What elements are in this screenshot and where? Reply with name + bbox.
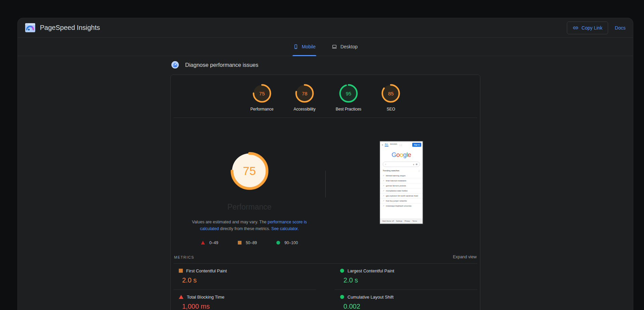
category-gauge[interactable]: 95 Best Practices — [336, 84, 362, 112]
mini-more-icon: ⋮ — [418, 170, 420, 172]
metric-name: Largest Contentful Paint — [347, 268, 394, 273]
category-score: 85 — [381, 84, 400, 103]
copy-link-label: Copy Link — [582, 25, 602, 31]
metrics-header: METRICS Expand view — [173, 252, 477, 264]
mini-trending-label: Trending searches — [383, 170, 399, 172]
disclaimer-text: directly from these metrics. — [219, 226, 271, 231]
legend-item: 50–89 — [238, 240, 257, 245]
metrics-grid: First Contentful Paint 2.0 s Total Block… — [173, 264, 477, 310]
mini-trend-arrow-icon: ↗ — [383, 180, 384, 182]
main-panel: PageSpeed Insights Copy Link Docs Mobile — [17, 18, 633, 310]
metric-status-icon — [340, 269, 344, 273]
mini-trending-item: ↗ german farmers protests — [380, 183, 423, 188]
metrics-column-left: First Contentful Paint 2.0 s Total Block… — [173, 264, 316, 310]
docs-link[interactable]: Docs — [615, 25, 626, 31]
mini-footer-link: Privacy — [405, 220, 410, 222]
expand-view-link[interactable]: Expand view — [453, 255, 477, 259]
mini-tab-all: ALL — [385, 143, 388, 146]
page-screenshot-thumbnail[interactable]: ≡ ALL IMAGES ⋮⋮ Sign in Google ⌕ ♦ ◉ — [379, 141, 423, 224]
category-gauge[interactable]: 85 SEO — [381, 84, 400, 112]
category-score: 75 — [253, 84, 271, 103]
metric-row: Largest Contentful Paint 2.0 s — [335, 264, 477, 290]
mini-footer-link: Dark theme: off — [382, 220, 394, 222]
mini-google-logo: Google — [380, 151, 423, 159]
column-divider — [325, 171, 326, 197]
metric-row: First Contentful Paint 2.0 s — [173, 264, 316, 290]
mini-signin-button: Sign in — [412, 143, 421, 147]
strategy-tabs: Mobile Desktop — [18, 38, 633, 56]
mini-apps-icon: ⋮⋮ — [399, 144, 402, 146]
see-calculator-link[interactable]: See calculator. — [271, 226, 299, 231]
category-score: 95 — [339, 84, 358, 103]
score-legend: 0–49 50–89 90–100 — [201, 240, 298, 245]
desktop-laptop-icon — [332, 44, 337, 49]
tab-desktop[interactable]: Desktop — [331, 38, 358, 56]
metric-value: 0.002 — [343, 303, 477, 310]
mini-trending-item: ↗ blizzard warning oregon — [380, 173, 423, 178]
mini-trend-arrow-icon: ↗ — [383, 175, 384, 177]
metric-status-icon — [179, 295, 183, 299]
performance-score-gauge[interactable]: 75 — [230, 151, 269, 190]
metric-status-icon — [340, 295, 344, 299]
category-label: SEO — [387, 107, 395, 112]
mini-trending-item: ↗ mississippi brightwell university — [380, 203, 423, 208]
mini-trend-arrow-icon: ↗ — [383, 195, 384, 197]
copy-link-button[interactable]: Copy Link — [567, 21, 608, 34]
category-label: Performance — [251, 107, 274, 112]
metric-value: 2.0 s — [182, 276, 316, 284]
metric-value: 2.0 s — [343, 276, 477, 284]
category-gauge[interactable]: 78 Accessibility — [293, 84, 315, 112]
mini-trending-item: ↗ gas explosion fort worth sandman hotel — [380, 193, 423, 198]
mini-trend-arrow-icon: ↗ — [383, 185, 384, 187]
mini-trend-arrow-icon: ↗ — [383, 205, 384, 207]
section-heading: Diagnose performance issues — [171, 61, 480, 69]
category-gauges-row: 75 Performance 78 Accessibility 95 Best … — [173, 75, 477, 118]
legend-item: 90–100 — [276, 240, 298, 245]
mobile-phone-icon — [293, 44, 299, 49]
mini-trending-item: ↗ how buy juniper networks — [380, 198, 423, 203]
performance-score-value: 75 — [230, 151, 269, 190]
tab-mobile-label: Mobile — [302, 44, 316, 49]
metric-name: Total Blocking Time — [187, 295, 224, 300]
category-label: Best Practices — [336, 107, 362, 112]
mini-footer-link: Settings — [396, 220, 402, 222]
diagnose-gauge-icon — [171, 61, 179, 69]
category-score: 78 — [295, 84, 314, 103]
pagespeed-logo-icon — [25, 23, 35, 32]
app-title: PageSpeed Insights — [40, 24, 100, 32]
metrics-title: METRICS — [174, 255, 194, 259]
mini-lens-icon: ◉ — [416, 163, 418, 166]
category-gauge[interactable]: 75 Performance — [251, 84, 274, 112]
legend-glyph-icon — [276, 241, 280, 245]
tab-mobile[interactable]: Mobile — [292, 38, 316, 56]
mini-search-icon: ⌕ — [385, 163, 386, 166]
mini-trending-list: ↗ blizzard warning oregon ↗ brian barczy… — [380, 173, 423, 208]
legend-glyph-icon — [238, 241, 241, 245]
link-icon — [573, 25, 579, 31]
report-card: 75 Performance 78 Accessibility 95 Best … — [170, 75, 480, 310]
category-label: Accessibility — [293, 107, 315, 112]
performance-gauge-label: Performance — [227, 203, 272, 212]
legend-range: 90–100 — [284, 240, 298, 245]
mini-footer: Dark theme: offSettingsPrivacyTerms — [380, 218, 423, 224]
disclaimer-text: Values are estimated and may vary. The — [192, 220, 268, 224]
mini-trending-item: ↗ microplastics water bottles — [380, 188, 423, 193]
active-tab-underline — [292, 55, 316, 56]
legend-item: 0–49 — [201, 240, 218, 245]
score-disclaimer: Values are estimated and may vary. The p… — [183, 219, 316, 232]
section-title: Diagnose performance issues — [185, 62, 258, 68]
mini-trend-arrow-icon: ↗ — [383, 200, 384, 202]
overview-section: 75 Performance Values are estimated and … — [173, 118, 477, 252]
metric-name: First Contentful Paint — [186, 268, 227, 273]
metric-row: Cumulative Layout Shift 0.002 — [335, 290, 477, 310]
metric-value: 1,000 ms — [182, 303, 316, 310]
legend-glyph-icon — [201, 241, 205, 245]
mini-trend-arrow-icon: ↗ — [383, 190, 384, 192]
metric-status-icon — [179, 269, 183, 273]
mini-mic-icon: ♦ — [413, 163, 414, 166]
mini-search-bar: ⌕ ♦ ◉ — [383, 162, 420, 167]
mini-menu-icon: ≡ — [382, 144, 383, 146]
metric-name: Cumulative Layout Shift — [347, 295, 393, 300]
legend-range: 50–89 — [246, 240, 257, 245]
legend-range: 0–49 — [209, 240, 218, 245]
